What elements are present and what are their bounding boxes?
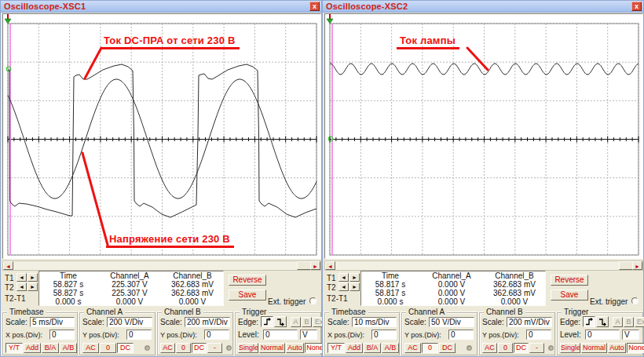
timebase-scale-input[interactable] <box>352 317 397 327</box>
scroll-right-icon[interactable]: ► <box>310 261 320 270</box>
trigger-ext-button[interactable]: Ext <box>635 317 644 327</box>
channel-a-ypos-input[interactable] <box>126 330 152 340</box>
trigger-single-button[interactable]: Single <box>238 343 258 353</box>
timebase-xpos-label: X pos.(Div): <box>5 331 49 339</box>
reverse-button[interactable]: Reverse <box>229 275 266 286</box>
channel-b-dc-button[interactable]: DC <box>514 343 529 353</box>
horizontal-scrollbar[interactable]: ◄ ► <box>2 260 321 271</box>
t1-left-arrow-icon[interactable]: ◄ <box>338 273 349 282</box>
channel-a-ac-button[interactable]: AC <box>404 343 421 353</box>
channel-a-zero-button[interactable]: 0 <box>422 343 438 353</box>
col-header-channel-b: Channel_B <box>162 271 223 280</box>
trigger-level-input[interactable] <box>263 330 298 340</box>
channel-b-minus-button[interactable]: - <box>529 343 544 353</box>
trigger-none-button[interactable]: None <box>627 343 644 353</box>
channel-b-zero-button[interactable]: 0 <box>176 343 191 353</box>
ext-trigger-connector[interactable] <box>309 297 317 304</box>
channel-b-ac-button[interactable]: AC <box>482 343 497 353</box>
trigger-edge-label: Edge: <box>238 318 260 326</box>
trigger-a-button[interactable]: A <box>613 317 623 327</box>
trigger-b-button[interactable]: B <box>302 317 312 327</box>
channel-b-minus-button[interactable]: - <box>207 343 222 353</box>
trigger-auto-button[interactable]: Auto <box>286 343 304 353</box>
ext-trigger-label: Ext. trigger <box>590 297 628 306</box>
channel-b-ac-button[interactable]: AC <box>160 343 175 353</box>
scroll-left-icon[interactable]: ◄ <box>3 261 13 270</box>
t2-right-arrow-icon[interactable]: ► <box>27 282 38 291</box>
trigger-auto-button[interactable]: Auto <box>608 343 626 353</box>
channel-a-dc-button[interactable]: DC <box>439 343 456 353</box>
ext-trigger-label: Ext. trigger <box>268 297 306 306</box>
ext-trigger-connector[interactable] <box>631 297 639 304</box>
t2-left-arrow-icon[interactable]: ◄ <box>16 282 27 291</box>
channel-b-terminal-icon <box>226 345 232 351</box>
trigger-normal-button[interactable]: Normal <box>259 343 285 353</box>
trigger-unit-input[interactable] <box>300 330 317 340</box>
channel-b-terminal-icon <box>548 345 554 351</box>
title-bar[interactable]: Oscilloscope-XSC1 x <box>1 1 321 13</box>
channel-a-scale-input[interactable] <box>107 317 152 327</box>
channel-b-ypos-input[interactable] <box>204 330 229 340</box>
t1-right-arrow-icon[interactable]: ► <box>27 273 38 282</box>
timebase-yt-button[interactable]: Y/T <box>5 343 23 353</box>
save-button[interactable]: Save <box>229 290 266 301</box>
oscilloscope-graph <box>325 14 642 258</box>
channel-b-scale-input[interactable] <box>185 317 230 327</box>
channel-a-ac-button[interactable]: AC <box>82 343 99 353</box>
t1-left-arrow-icon[interactable]: ◄ <box>16 273 27 282</box>
timebase-ab-button[interactable]: A/B <box>382 343 399 353</box>
trigger-b-button[interactable]: B <box>624 317 634 327</box>
timebase-yt-button[interactable]: Y/T <box>327 343 345 353</box>
trigger-normal-button[interactable]: Normal <box>581 343 607 353</box>
t2-time: 58.827 s <box>39 289 97 297</box>
rising-edge-icon[interactable] <box>583 316 595 327</box>
trigger-level-input[interactable] <box>585 330 620 340</box>
channel-a-zero-button[interactable]: 0 <box>100 343 116 353</box>
oscilloscope-graph <box>3 14 320 258</box>
trigger-a-button[interactable]: A <box>291 317 301 327</box>
timebase-xpos-input[interactable] <box>49 330 75 340</box>
channel-b-group: Channel B Scale: Y pos.(Div): AC 0 DC - <box>479 312 555 355</box>
save-button[interactable]: Save <box>551 290 588 301</box>
scroll-right-icon[interactable]: ► <box>632 261 642 270</box>
t2-channel-a: 225.307 V <box>97 289 162 297</box>
timebase-ba-button[interactable]: B/A <box>364 343 381 353</box>
close-icon[interactable]: x <box>309 2 320 11</box>
col-header-time: Time <box>361 271 419 280</box>
trigger-unit-input[interactable] <box>622 330 639 340</box>
close-icon[interactable]: x <box>631 2 642 11</box>
reverse-button[interactable]: Reverse <box>551 275 588 286</box>
trigger-single-button[interactable]: Single <box>560 343 580 353</box>
t2t1-channel-b: 0.000 V <box>484 297 545 306</box>
t1-channel-a: 225.307 V <box>97 280 162 289</box>
timebase-add-button[interactable]: Add <box>24 343 41 353</box>
channel-b-dc-button[interactable]: DC <box>192 343 207 353</box>
channel-a-dc-button[interactable]: DC <box>117 343 134 353</box>
timebase-add-button[interactable]: Add <box>346 343 363 353</box>
col-header-channel-a: Channel_A <box>97 271 162 280</box>
channel-b-ypos-input[interactable] <box>526 330 551 340</box>
falling-edge-icon[interactable] <box>274 316 287 327</box>
t1-right-arrow-icon[interactable]: ► <box>349 273 360 282</box>
channel-b-scale-input[interactable] <box>507 317 552 327</box>
timebase-ba-button[interactable]: B/A <box>42 343 59 353</box>
channel-b-scale-label: Scale: <box>482 318 507 326</box>
channel-b-zero-button[interactable]: 0 <box>498 343 513 353</box>
t2-left-arrow-icon[interactable]: ◄ <box>338 282 349 291</box>
cursor-t2t1-label: T2-T1 <box>327 294 348 303</box>
horizontal-scrollbar[interactable]: ◄ ► <box>324 260 643 271</box>
channel-a-scale-label: Scale: <box>404 318 429 326</box>
timebase-ab-button[interactable]: A/B <box>60 343 77 353</box>
timebase-scale-label: Scale: <box>327 318 352 326</box>
channel-a-ypos-input[interactable] <box>448 330 474 340</box>
scroll-left-icon[interactable]: ◄ <box>325 261 335 270</box>
channel-a-scale-input[interactable] <box>429 317 474 327</box>
title-bar[interactable]: Oscilloscope-XSC2 x <box>323 1 643 13</box>
falling-edge-icon[interactable] <box>596 316 609 327</box>
timebase-scale-input[interactable] <box>30 317 75 327</box>
t2t1-channel-b: 0.000 V <box>162 297 223 306</box>
rising-edge-icon[interactable] <box>261 316 273 327</box>
t2-right-arrow-icon[interactable]: ► <box>349 282 360 291</box>
timebase-xpos-input[interactable] <box>371 330 397 340</box>
cursor-t2-label: T2 <box>327 283 336 292</box>
